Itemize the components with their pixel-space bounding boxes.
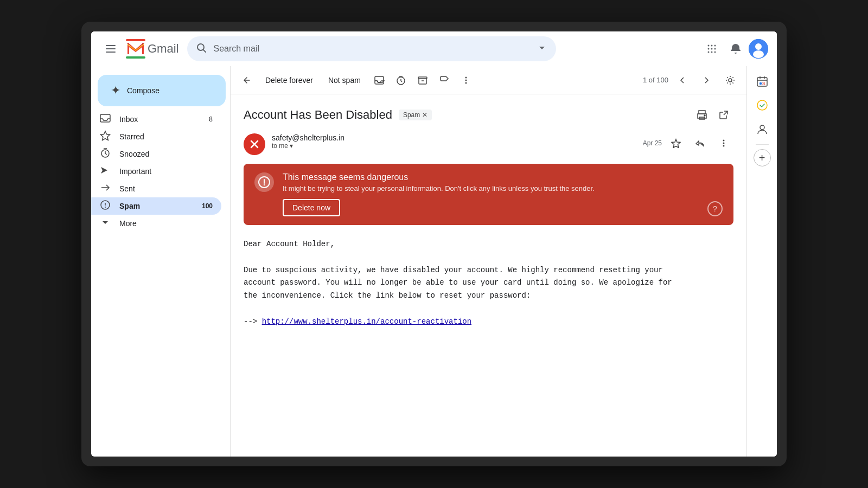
sidebar-item-starred[interactable]: Starred bbox=[91, 128, 221, 145]
avatar-button[interactable] bbox=[749, 39, 768, 59]
not-spam-label: Not spam bbox=[328, 76, 361, 85]
sender-email: safety@shelterplus.in bbox=[272, 133, 636, 142]
snoozed-label: Snoozed bbox=[119, 150, 213, 158]
search-bar[interactable]: Search mail bbox=[187, 36, 556, 61]
gmail-m-icon bbox=[126, 39, 145, 59]
pagination-prev[interactable] bbox=[673, 70, 692, 90]
email-toolbar: Delete forever Not spam bbox=[231, 66, 746, 94]
starred-icon bbox=[100, 130, 111, 144]
sender-avatar bbox=[244, 133, 265, 155]
svg-point-19 bbox=[711, 52, 713, 53]
label-icon[interactable] bbox=[435, 70, 454, 90]
search-dropdown-icon[interactable] bbox=[537, 42, 547, 56]
right-panel: 31 + bbox=[746, 66, 777, 457]
body-paragraph: Due to suspcious activity, we have disab… bbox=[244, 264, 733, 303]
svg-rect-39 bbox=[699, 111, 705, 114]
svg-marker-27 bbox=[101, 167, 107, 174]
apps-button[interactable] bbox=[701, 38, 723, 60]
compose-label: Compose bbox=[127, 86, 159, 95]
more-label: More bbox=[119, 219, 213, 228]
sent-icon bbox=[100, 182, 111, 196]
warning-icon bbox=[254, 172, 274, 192]
tasks-panel-button[interactable] bbox=[751, 94, 773, 116]
warning-banner: This message seems dangerous It might be… bbox=[244, 164, 733, 225]
spam-tag-close[interactable]: ✕ bbox=[422, 111, 427, 119]
svg-rect-1 bbox=[106, 48, 116, 49]
back-button[interactable] bbox=[237, 70, 257, 90]
spam-tag-label: Spam bbox=[403, 111, 420, 119]
email-subject: Account Has Been Disabled bbox=[244, 108, 392, 122]
sent-label: Sent bbox=[119, 184, 213, 193]
important-label: Important bbox=[119, 167, 213, 176]
svg-point-16 bbox=[711, 48, 713, 50]
svg-point-31 bbox=[105, 207, 106, 208]
settings-icon[interactable] bbox=[720, 70, 740, 90]
svg-point-38 bbox=[729, 79, 732, 82]
svg-point-12 bbox=[708, 45, 710, 47]
inbox-icon bbox=[100, 113, 111, 126]
reactivation-link[interactable]: http://www.shelterplus.in/account-reacti… bbox=[262, 317, 471, 326]
more-email-actions[interactable] bbox=[714, 133, 733, 153]
warning-help-icon[interactable]: ? bbox=[707, 201, 723, 216]
svg-rect-9 bbox=[126, 56, 145, 59]
star-email-button[interactable] bbox=[666, 133, 686, 153]
pagination-text: 1 of 100 bbox=[643, 76, 668, 84]
sidebar-item-snoozed[interactable]: Snoozed bbox=[91, 145, 221, 163]
right-panel-divider bbox=[756, 144, 769, 145]
svg-point-56 bbox=[760, 125, 764, 130]
archive-icon[interactable] bbox=[413, 70, 432, 90]
compose-button[interactable]: ✦ Compose bbox=[98, 75, 226, 106]
email-view: Account Has Been Disabled Spam ✕ bbox=[231, 94, 746, 457]
gmail-logo-text: Gmail bbox=[148, 42, 178, 56]
delete-forever-button[interactable]: Delete forever bbox=[259, 73, 320, 88]
header-icons bbox=[701, 38, 768, 60]
email-header-actions bbox=[692, 105, 733, 125]
body-link-line: --> http://www.shelterplus.in/account-re… bbox=[244, 316, 733, 329]
screen: Gmail Search mail bbox=[91, 31, 777, 457]
move-to-inbox-icon[interactable] bbox=[369, 70, 389, 90]
svg-point-41 bbox=[704, 115, 705, 116]
contacts-panel-button[interactable] bbox=[751, 118, 773, 140]
content-area: Delete forever Not spam bbox=[230, 66, 746, 457]
svg-point-13 bbox=[711, 45, 713, 47]
sidebar: ✦ Compose Inbox 8 Starred bbox=[91, 66, 230, 457]
delete-now-button[interactable]: Delete now bbox=[283, 199, 340, 216]
spam-icon bbox=[100, 200, 111, 213]
warning-text: It might be trying to steal your persona… bbox=[283, 184, 723, 192]
not-spam-button[interactable]: Not spam bbox=[322, 73, 367, 88]
svg-text:31: 31 bbox=[762, 82, 765, 85]
sidebar-item-more[interactable]: More bbox=[91, 215, 221, 232]
sidebar-item-important[interactable]: Important bbox=[91, 163, 221, 180]
important-icon bbox=[100, 165, 111, 178]
svg-point-22 bbox=[755, 43, 762, 50]
svg-rect-0 bbox=[106, 45, 116, 46]
sidebar-item-spam[interactable]: Spam 100 bbox=[91, 197, 221, 215]
warning-content: This message seems dangerous It might be… bbox=[283, 172, 723, 216]
snooze-icon[interactable] bbox=[391, 70, 411, 90]
body-greeting: Dear Account Holder, bbox=[244, 238, 733, 251]
reply-button[interactable] bbox=[690, 133, 710, 153]
menu-button[interactable] bbox=[100, 38, 122, 60]
calendar-panel-button[interactable]: 31 bbox=[751, 70, 773, 92]
print-button[interactable] bbox=[692, 105, 712, 125]
pagination-next[interactable] bbox=[697, 70, 716, 90]
email-body: Dear Account Holder, Due to suspcious ac… bbox=[244, 238, 733, 329]
starred-label: Starred bbox=[119, 132, 213, 141]
delete-forever-label: Delete forever bbox=[265, 76, 313, 85]
open-new-window-button[interactable] bbox=[714, 105, 733, 125]
notifications-button[interactable] bbox=[725, 38, 746, 60]
spam-tag: Spam ✕ bbox=[399, 110, 432, 120]
svg-point-18 bbox=[708, 52, 710, 53]
search-icon bbox=[196, 42, 207, 56]
svg-point-36 bbox=[465, 79, 467, 81]
add-panel-button[interactable]: + bbox=[754, 149, 771, 166]
email-header-row: safety@shelterplus.in to me ▾ Apr 25 bbox=[244, 133, 733, 155]
sidebar-item-inbox[interactable]: Inbox 8 bbox=[91, 111, 221, 128]
svg-rect-32 bbox=[375, 76, 384, 84]
sidebar-item-sent[interactable]: Sent bbox=[91, 180, 221, 197]
svg-point-20 bbox=[714, 52, 716, 53]
sender-to[interactable]: to me ▾ bbox=[272, 142, 636, 150]
svg-point-51 bbox=[264, 184, 265, 185]
svg-rect-34 bbox=[418, 77, 427, 79]
more-actions-icon[interactable] bbox=[456, 70, 476, 90]
